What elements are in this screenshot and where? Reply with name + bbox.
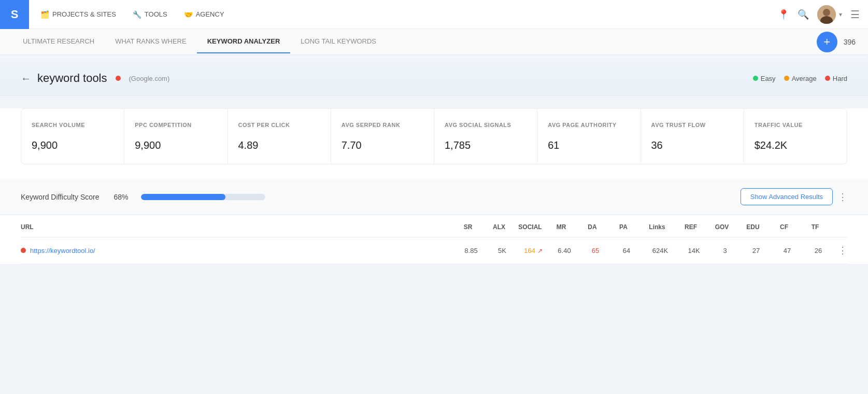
stat-label-search-volume: SEARCH VOLUME [32, 121, 113, 129]
tab-ultimate-research[interactable]: ULTIMATE RESEARCH [12, 30, 105, 53]
row-tf: 26 [803, 247, 834, 255]
show-advanced-button[interactable]: Show Advanced Results [741, 188, 833, 205]
stat-value-traffic-value: $24.2K [755, 139, 836, 151]
logo[interactable]: S [0, 0, 29, 29]
stat-value-avg-serped-rank: 7.70 [341, 139, 423, 151]
stat-label-avg-serped-rank: AVG SERPED RANK [341, 121, 423, 129]
top-nav: S 🗂️ PROJECTS & SITES 🔧 TOOLS 🤝 AGENCY 📍… [0, 0, 868, 29]
count-badge: 396 [844, 38, 856, 46]
hard-dot [825, 76, 830, 81]
stat-card-avg-trust-flow: AVG TRUST FLOW 36 [641, 109, 744, 164]
legend-easy: Easy [753, 75, 776, 82]
hard-label: Hard [833, 75, 847, 82]
row-sr: 8.85 [456, 247, 487, 255]
stat-label-cost-per-click: COST PER CLICK [238, 121, 320, 129]
svg-point-1 [823, 9, 830, 16]
col-header-links: Links [639, 223, 675, 231]
tab-what-ranks-where[interactable]: WHAT RANKS WHERE [105, 30, 196, 53]
tab-keyword-analyzer[interactable]: KEYWORD ANALYZER [197, 30, 291, 53]
col-header-mr: MR [546, 223, 577, 231]
col-header-ref: REF [675, 223, 706, 231]
stat-card-traffic-value: TRAFFIC VALUE $24.2K [744, 109, 847, 164]
difficulty-bar-wrap [141, 194, 265, 200]
row-da: 65 [580, 247, 611, 255]
row-url[interactable]: https://keywordtool.io/ [30, 247, 456, 255]
agency-label: AGENCY [196, 10, 224, 18]
table-header: URL SR ALX Social MR DA PA Links REF GOV… [21, 215, 847, 237]
nav-agency[interactable]: 🤝 AGENCY [177, 6, 232, 23]
row-dot [21, 248, 26, 253]
nav-tools[interactable]: 🔧 TOOLS [125, 6, 175, 23]
easy-dot [753, 76, 758, 81]
stat-label-traffic-value: TRAFFIC VALUE [755, 121, 836, 129]
table-rows: https://keywordtool.io/ 8.85 5K 164 ↗ 6.… [21, 237, 847, 264]
easy-label: Easy [761, 75, 776, 82]
keyword-header: ← keyword tools (Google.com) Easy Averag… [21, 72, 847, 85]
results-section: URL SR ALX Social MR DA PA Links REF GOV… [0, 215, 868, 264]
difficulty-label: Keyword Difficulty Score [21, 193, 99, 201]
google-label: (Google.com) [129, 75, 170, 82]
row-cf: 47 [772, 247, 803, 255]
tools-icon: 🔧 [133, 10, 141, 19]
stat-card-avg-social-signals: AVG SOCIAL SIGNALS 1,785 [434, 109, 537, 164]
nav-projects-sites[interactable]: 🗂️ PROJECTS & SITES [33, 6, 123, 23]
difficulty-percent: 68% [113, 193, 128, 201]
col-header-alx: ALX [483, 223, 515, 231]
table-row: https://keywordtool.io/ 8.85 5K 164 ↗ 6.… [21, 237, 847, 264]
keyword-title: keyword tools [37, 72, 107, 85]
stat-card-avg-page-authority: AVG PAGE AUTHORITY 61 [537, 109, 640, 164]
stat-card-cost-per-click: COST PER CLICK 4.89 [228, 109, 331, 164]
tab-long-tail-keywords[interactable]: LONG TAIL KEYWORDS [290, 30, 387, 53]
col-header-edu: EDU [737, 223, 769, 231]
row-more-icon[interactable]: ⋮ [838, 245, 847, 256]
legend-hard: Hard [825, 75, 847, 82]
nav-links: 🗂️ PROJECTS & SITES 🔧 TOOLS 🤝 AGENCY [33, 6, 232, 23]
col-header-tf: TF [800, 223, 831, 231]
avatar [817, 5, 836, 24]
back-button[interactable]: ← [21, 73, 31, 85]
row-links: 624K [642, 247, 678, 255]
hamburger-icon[interactable]: ☰ [850, 8, 860, 21]
legend-average: Average [784, 75, 817, 82]
stat-value-cost-per-click: 4.89 [238, 139, 320, 151]
add-button[interactable]: + [817, 32, 837, 52]
row-gov: 3 [709, 247, 741, 255]
more-options-icon[interactable]: ⋮ [838, 191, 847, 203]
sub-nav-right: + 396 [817, 32, 856, 52]
difficulty-section: Keyword Difficulty Score 68% Show Advanc… [0, 179, 868, 215]
average-label: Average [792, 75, 817, 82]
stat-label-ppc-competition: PPC COMPETITION [135, 121, 217, 129]
col-header-cf: CF [769, 223, 800, 231]
projects-label: PROJECTS & SITES [52, 10, 116, 18]
row-mr: 6.40 [549, 247, 580, 255]
trend-icon: ↗ [537, 247, 543, 255]
stat-card-ppc-competition: PPC COMPETITION 9,900 [124, 109, 227, 164]
stat-value-avg-social-signals: 1,785 [445, 139, 527, 151]
agency-icon: 🤝 [184, 10, 193, 19]
avatar-wrap[interactable]: ▾ [817, 5, 842, 24]
tools-label: TOOLS [145, 10, 167, 18]
nav-right: 📍 🔍 ▾ ☰ [778, 5, 860, 24]
difficulty-bar [141, 194, 225, 200]
col-header-social: Social [515, 223, 546, 231]
row-ref: 14K [678, 247, 709, 255]
sub-nav: ULTIMATE RESEARCH WHAT RANKS WHERE KEYWO… [0, 29, 868, 55]
search-icon-btn[interactable]: 🔍 [798, 9, 809, 20]
row-social: 164 ↗ [518, 247, 549, 255]
hero-section: ← keyword tools (Google.com) Easy Averag… [0, 55, 868, 96]
col-header-da: DA [577, 223, 608, 231]
stats-grid: SEARCH VOLUME 9,900 PPC COMPETITION 9,90… [21, 108, 847, 164]
stat-value-search-volume: 9,900 [32, 139, 113, 151]
stat-value-ppc-competition: 9,900 [135, 139, 217, 151]
stat-label-avg-page-authority: AVG PAGE AUTHORITY [548, 121, 630, 129]
row-alx: 5K [487, 247, 518, 255]
difficulty-actions: Show Advanced Results ⋮ [741, 188, 847, 205]
location-icon-btn[interactable]: 📍 [778, 9, 789, 20]
legend: Easy Average Hard [753, 75, 847, 82]
difficulty-dot [116, 76, 121, 81]
avatar-chevron: ▾ [839, 11, 842, 18]
row-edu: 27 [741, 247, 772, 255]
stat-value-avg-page-authority: 61 [548, 139, 630, 151]
stats-section: SEARCH VOLUME 9,900 PPC COMPETITION 9,90… [0, 108, 868, 179]
col-header-gov: GOV [706, 223, 737, 231]
